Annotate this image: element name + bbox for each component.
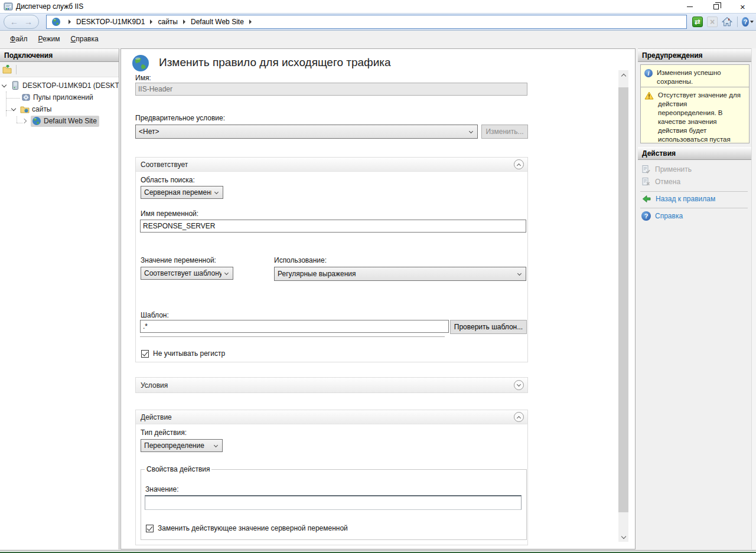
tree-item-label: Пулы приложений bbox=[33, 93, 93, 102]
variable-name-input[interactable] bbox=[140, 220, 526, 233]
name-label: Имя: bbox=[135, 74, 151, 82]
expand-section-icon[interactable] bbox=[514, 380, 524, 390]
tree-item-default-web-site[interactable]: Default Web Site bbox=[0, 115, 119, 127]
alert-text: Отсутствует значение для действия переоп… bbox=[658, 91, 747, 139]
save-connection-icon[interactable] bbox=[2, 65, 12, 74]
chevron-down-icon bbox=[469, 129, 473, 133]
home-icon bbox=[722, 17, 732, 27]
cancel-action: Отмена bbox=[641, 177, 680, 186]
chevron-down-icon bbox=[214, 443, 218, 447]
panel-scrollbar-track[interactable] bbox=[751, 48, 756, 549]
action-properties-legend: Свойства действия bbox=[145, 465, 211, 473]
match-section-header[interactable]: Соответствует bbox=[136, 158, 527, 172]
site-globe-icon bbox=[32, 116, 41, 126]
scope-select[interactable]: Серверная переменн bbox=[141, 186, 223, 199]
sites-folder-icon bbox=[20, 104, 30, 114]
scroll-up-button[interactable] bbox=[618, 70, 628, 80]
iis-app-icon bbox=[4, 2, 13, 11]
breadcrumb-item-site[interactable]: Default Web Site bbox=[191, 18, 244, 26]
actions-header: Действия bbox=[638, 147, 751, 160]
pattern-label: Шаблон: bbox=[141, 311, 169, 319]
separator bbox=[640, 191, 748, 192]
close-icon: × bbox=[740, 2, 745, 11]
connections-header: Подключения bbox=[0, 49, 119, 62]
toolbar-separator bbox=[16, 65, 17, 74]
selected-tree-item: Default Web Site bbox=[31, 116, 99, 127]
menu-file[interactable]: Файл bbox=[5, 32, 33, 45]
conditions-section: Условия bbox=[135, 377, 528, 393]
using-select[interactable]: Регулярные выражения bbox=[274, 267, 526, 281]
operation-select[interactable]: Соответствует шаблону bbox=[141, 267, 233, 280]
precondition-label: Предварительное условие: bbox=[135, 114, 225, 122]
actions-panel: Предупреждения i Изменения успешно сохра… bbox=[638, 48, 751, 549]
title-bar: Диспетчер служб IIS × bbox=[0, 0, 756, 13]
back-arrow-icon bbox=[641, 194, 651, 204]
chevron-up-icon bbox=[621, 74, 625, 78]
tree-item-app-pools[interactable]: Пулы приложений bbox=[0, 91, 119, 103]
replace-value-checkbox[interactable] bbox=[146, 525, 154, 532]
help-link[interactable]: Справка bbox=[655, 212, 683, 220]
collapse-section-icon[interactable] bbox=[514, 159, 524, 169]
stop-icon: × bbox=[707, 17, 718, 27]
ignore-case-checkbox[interactable] bbox=[141, 350, 149, 358]
precondition-select[interactable]: <Нет> bbox=[135, 125, 478, 139]
warning-icon bbox=[644, 91, 654, 100]
value-input[interactable] bbox=[145, 495, 522, 510]
restore-button[interactable] bbox=[703, 0, 729, 13]
tree-item-server[interactable]: DESKTOP-U1MK9D1 (DESKTOP bbox=[0, 80, 119, 91]
chevron-down-icon bbox=[224, 270, 229, 274]
feature-page: Изменить правило для исходящего трафика … bbox=[120, 48, 636, 549]
help-action[interactable]: ? Справка bbox=[641, 211, 683, 221]
back-to-rules-action[interactable]: Назад к правилам bbox=[641, 194, 715, 204]
close-button[interactable]: × bbox=[729, 0, 756, 13]
conditions-section-header[interactable]: Условия bbox=[136, 378, 527, 392]
chevron-expanded-icon[interactable] bbox=[11, 106, 16, 110]
precondition-edit-button: Изменить... bbox=[481, 125, 528, 139]
action-section-header[interactable]: Действие bbox=[136, 410, 527, 424]
minimize-icon bbox=[687, 6, 693, 7]
connections-panel: Подключения DESKTOP-U1MK9D1 (DESKTOP bbox=[0, 48, 119, 549]
cancel-label: Отмена bbox=[655, 178, 680, 186]
toolbar-separator bbox=[737, 17, 738, 27]
info-icon: i bbox=[644, 69, 653, 77]
back-to-rules-link[interactable]: Назад к правилам bbox=[656, 195, 715, 203]
window-bottom-border bbox=[0, 550, 756, 553]
action-properties-group: Свойства действия Значение: Заменить дей… bbox=[141, 465, 527, 540]
tree-item-label: сайты bbox=[32, 105, 52, 113]
chevron-expanded-icon[interactable] bbox=[2, 82, 6, 87]
collapse-section-icon[interactable] bbox=[514, 412, 524, 422]
match-section: Соответствует Область поиска: Серверная … bbox=[135, 157, 528, 362]
breadcrumb[interactable]: DESKTOP-U1MK9D1 сайты Default Web Site bbox=[46, 15, 687, 29]
variable-name-label: Имя переменной: bbox=[141, 210, 198, 218]
address-bar: ← → DESKTOP-U1MK9D1 сайты Default Web Si… bbox=[0, 13, 756, 31]
window-title: Диспетчер служб IIS bbox=[16, 2, 83, 11]
scrollbar-thumb[interactable] bbox=[618, 87, 628, 512]
menu-view[interactable]: Режим bbox=[33, 32, 66, 45]
cancel-icon bbox=[641, 177, 651, 186]
help-menu-button[interactable]: ? bbox=[742, 16, 754, 28]
action-type-select[interactable]: Переопределение bbox=[141, 439, 223, 452]
pattern-input[interactable] bbox=[140, 320, 449, 333]
breadcrumb-item-server[interactable]: DESKTOP-U1MK9D1 bbox=[76, 18, 145, 26]
back-icon: ← bbox=[10, 18, 18, 26]
chevron-collapsed-icon[interactable] bbox=[22, 119, 27, 123]
page-globe-icon bbox=[131, 54, 150, 73]
tree-item-sites[interactable]: сайты bbox=[0, 103, 119, 115]
chevron-down-icon bbox=[517, 271, 522, 275]
tree-item-label: Default Web Site bbox=[44, 117, 97, 125]
test-pattern-button[interactable]: Проверить шаблон... bbox=[450, 320, 527, 334]
replace-value-row: Заменить действующее значение серверной … bbox=[146, 524, 348, 532]
minimize-button[interactable] bbox=[676, 0, 703, 13]
apply-label: Применить bbox=[655, 165, 692, 174]
menu-help[interactable]: Справка bbox=[66, 32, 104, 45]
main-scrollbar[interactable] bbox=[618, 70, 628, 542]
value-label: Значение: bbox=[145, 485, 179, 493]
app-pools-icon bbox=[21, 93, 31, 102]
restore-icon bbox=[713, 4, 719, 9]
nav-back-forward: ← → bbox=[4, 15, 39, 29]
home-button[interactable] bbox=[721, 16, 733, 28]
chevron-down-icon bbox=[621, 534, 625, 538]
breadcrumb-item-sites[interactable]: сайты bbox=[158, 18, 178, 26]
restart-button[interactable]: ⇄ bbox=[692, 16, 703, 28]
scroll-down-button[interactable] bbox=[618, 532, 628, 542]
